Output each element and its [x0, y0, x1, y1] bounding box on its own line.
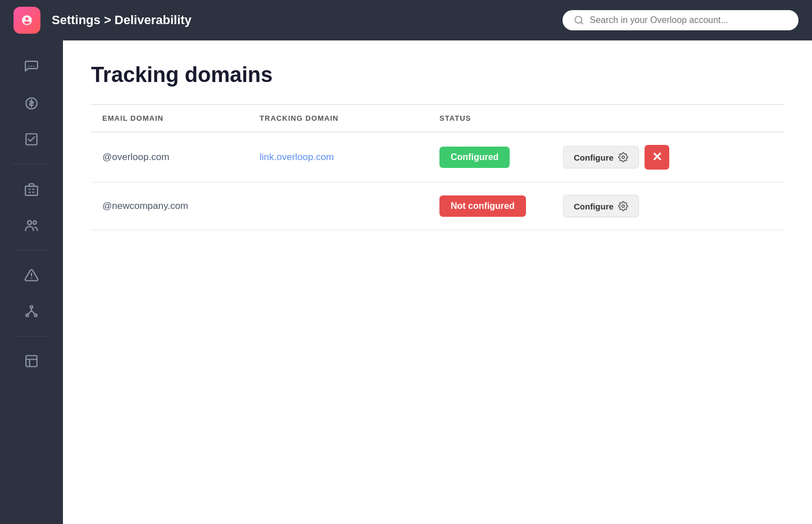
sidebar-item-contacts[interactable]: [11, 209, 52, 241]
col-header-email: EMAIL DOMAIN: [91, 104, 248, 132]
configure-label: Configure: [574, 202, 614, 211]
svg-point-1: [29, 66, 30, 67]
actions-cell: Configure: [563, 195, 773, 217]
configure-label: Configure: [574, 153, 614, 162]
email-domain-value: @overloop.com: [102, 152, 169, 162]
search-input[interactable]: [590, 15, 788, 25]
analytics-icon: [24, 354, 39, 368]
delete-button[interactable]: ✕: [645, 145, 669, 170]
svg-point-8: [33, 221, 37, 224]
configure-button[interactable]: Configure: [563, 146, 639, 168]
topbar: Settings > Deliverability: [0, 0, 812, 40]
breadcrumb: Settings > Deliverability: [52, 13, 551, 28]
delete-icon: ✕: [652, 150, 662, 165]
svg-rect-6: [25, 186, 38, 195]
status-badge: Not configured: [439, 195, 526, 217]
email-domain-value: @newcompany.com: [102, 201, 188, 211]
search-icon: [574, 15, 584, 26]
svg-point-3: [33, 66, 34, 67]
campaigns-icon: [24, 268, 39, 282]
sidebar-item-integrations[interactable]: [11, 295, 52, 327]
svg-point-7: [28, 221, 31, 225]
search-bar[interactable]: [562, 10, 799, 30]
integrations-icon: [24, 304, 39, 318]
table-row: @newcompany.comNot configuredConfigure: [91, 183, 784, 230]
contacts-icon: [24, 217, 39, 233]
status-badge: Configured: [439, 147, 510, 168]
svg-rect-12: [26, 356, 37, 367]
sidebar-item-conversations[interactable]: [11, 52, 52, 83]
sidebar-item-revenue[interactable]: [11, 88, 52, 119]
table-row: @overloop.comlink.overloop.comConfigured…: [91, 132, 784, 183]
col-header-status: STATUS: [428, 104, 552, 132]
app-logo[interactable]: [13, 7, 40, 34]
page-title: Tracking domains: [91, 63, 784, 87]
sidebar-item-tasks[interactable]: [11, 124, 52, 155]
table-header-row: EMAIL DOMAIN TRACKING DOMAIN STATUS: [91, 104, 784, 132]
sidebar: [0, 40, 63, 524]
gear-icon: [618, 152, 628, 162]
sidebar-item-campaigns[interactable]: [11, 259, 52, 291]
col-header-tracking: TRACKING DOMAIN: [248, 104, 428, 132]
sidebar-item-analytics[interactable]: [11, 345, 52, 377]
content-area: Tracking domains EMAIL DOMAIN TRACKING D…: [63, 40, 812, 524]
col-header-actions: [552, 104, 784, 132]
svg-point-13: [622, 156, 625, 159]
main-layout: Tracking domains EMAIL DOMAIN TRACKING D…: [0, 40, 812, 524]
sidebar-item-company[interactable]: [11, 174, 52, 205]
actions-cell: Configure ✕: [563, 145, 773, 170]
sidebar-divider-1: [12, 164, 50, 165]
configure-button[interactable]: Configure: [563, 195, 639, 217]
company-icon: [24, 182, 39, 197]
tasks-icon: [24, 132, 39, 147]
svg-point-2: [31, 66, 32, 67]
tracking-domain-link[interactable]: link.overloop.com: [260, 152, 334, 162]
sidebar-divider-3: [12, 336, 50, 336]
revenue-icon: [24, 96, 39, 111]
conversations-icon: [24, 60, 39, 75]
gear-icon: [618, 201, 628, 211]
svg-point-14: [622, 205, 625, 208]
domains-table: EMAIL DOMAIN TRACKING DOMAIN STATUS @ove…: [91, 104, 784, 230]
sidebar-divider-2: [12, 250, 50, 250]
